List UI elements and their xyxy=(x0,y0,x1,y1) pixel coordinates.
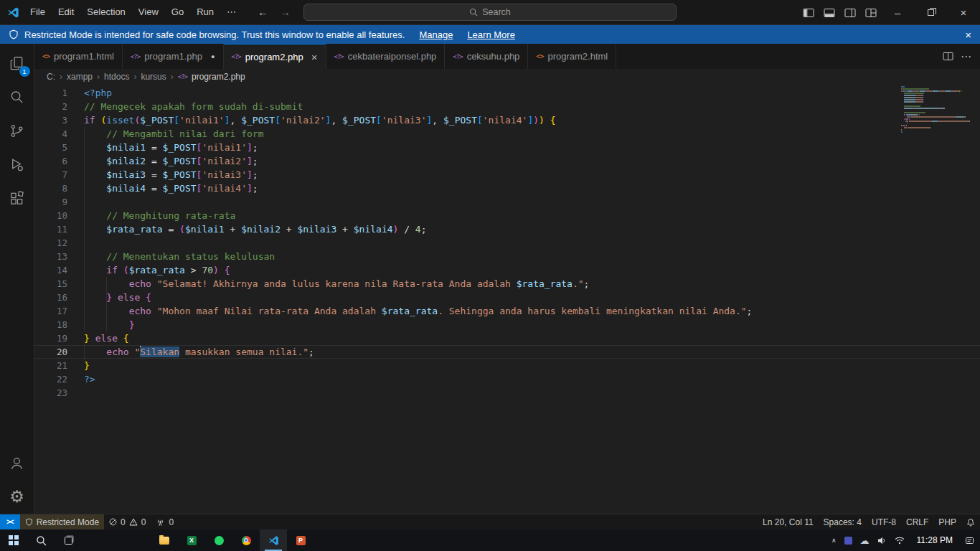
code-line[interactable]: 5 $nilai1 = $_POST['nilai1']; xyxy=(34,141,980,154)
code-line[interactable]: 4 // Mengambil nilai dari form xyxy=(34,127,980,141)
clock[interactable]: 11:28 PM xyxy=(913,535,957,545)
volume-icon[interactable] xyxy=(877,536,887,545)
menu-edit[interactable]: Edit xyxy=(52,0,80,24)
manage-link[interactable]: Manage xyxy=(419,29,453,40)
code-line[interactable]: 19} else { xyxy=(34,331,980,345)
chevron-right-icon: › xyxy=(171,72,174,82)
search-icon xyxy=(469,8,478,17)
menu-view[interactable]: View xyxy=(132,0,165,24)
breadcrumb-file[interactable]: program2.php xyxy=(192,72,245,82)
ports-status[interactable]: 0 xyxy=(151,514,179,529)
tab-program2.html[interactable]: <>program2.html xyxy=(528,44,616,69)
wifi-icon[interactable] xyxy=(895,537,905,545)
toggle-sidebar-icon[interactable] xyxy=(798,0,819,25)
line-content: // Menghitung rata-rata xyxy=(84,209,980,222)
code-line[interactable]: 13 // Menentukan status kelulusan xyxy=(34,250,980,263)
code-line[interactable]: 17 echo "Mohon maaf Nilai rata-rata Anda… xyxy=(34,304,980,318)
close-tab-icon[interactable]: × xyxy=(311,51,318,63)
hidden-icons-chevron[interactable]: ∧ xyxy=(831,537,837,544)
back-button[interactable]: ← xyxy=(258,6,268,18)
powerpoint-taskbar-button[interactable]: P xyxy=(287,529,314,551)
settings-button[interactable]: ⚙ xyxy=(0,480,34,514)
code-line[interactable]: 22?> xyxy=(34,372,980,386)
problems-status[interactable]: 0 0 xyxy=(104,514,151,529)
toggle-secondary-sidebar-icon[interactable] xyxy=(839,0,860,25)
tab-ceksuhu.php[interactable]: <?>ceksuhu.php xyxy=(445,44,528,69)
code-line[interactable]: 18 } xyxy=(34,318,980,331)
code-line[interactable]: 9 xyxy=(34,195,980,209)
indent-guide xyxy=(84,127,85,331)
editor[interactable]: 1<?php2// Mengecek apakah form sudah di-… xyxy=(34,85,980,514)
eol-sequence[interactable]: CRLF xyxy=(901,514,933,529)
menu-go[interactable]: Go xyxy=(165,0,190,24)
indentation[interactable]: Spaces: 4 xyxy=(819,514,867,529)
breadcrumb-item[interactable]: xampp xyxy=(67,72,93,82)
code-line[interactable]: 23 xyxy=(34,386,980,400)
teams-icon[interactable] xyxy=(844,537,852,545)
learn-more-link[interactable]: Learn More xyxy=(467,29,514,40)
sidebar-item-search[interactable] xyxy=(0,80,34,114)
breadcrumb-item[interactable]: kursus xyxy=(141,72,166,82)
start-button[interactable] xyxy=(0,529,27,551)
code-line[interactable]: 6 $nilai2 = $_POST['nilai2']; xyxy=(34,154,980,168)
tab-program1.html[interactable]: <>program1.html xyxy=(34,44,123,69)
code-line[interactable]: 7 $nilai3 = $_POST['nilai3']; xyxy=(34,168,980,182)
banner-close-icon[interactable]: × xyxy=(965,29,971,41)
split-editor-icon[interactable] xyxy=(943,52,953,61)
taskbar-search-button[interactable] xyxy=(27,529,55,551)
tab-program1.php[interactable]: <?>program1.php● xyxy=(123,44,224,69)
minimize-button[interactable]: – xyxy=(881,0,914,25)
whatsapp-taskbar-button[interactable] xyxy=(205,529,232,551)
code-line[interactable]: 10 // Menghitung rata-rata xyxy=(34,209,980,222)
sidebar-item-source-control[interactable] xyxy=(0,114,34,148)
code-line[interactable]: 15 echo "Selamat! Akhirnya anda lulus ka… xyxy=(34,277,980,291)
restore-button[interactable] xyxy=(914,0,947,25)
tab-program2.php[interactable]: <?>program2.php× xyxy=(224,44,326,69)
code-line[interactable]: 8 $nilai4 = $_POST['nilai4']; xyxy=(34,182,980,195)
onedrive-cloud-icon[interactable]: ☁ xyxy=(860,536,870,545)
tab-list: <>program1.html<?>program1.php●<?>progra… xyxy=(34,44,616,69)
minimap[interactable] xyxy=(901,86,970,136)
code-line[interactable]: 16 } else { xyxy=(34,291,980,304)
restricted-mode-status[interactable]: Restricted Mode xyxy=(20,514,104,529)
close-window-button[interactable]: × xyxy=(947,0,980,25)
excel-taskbar-button[interactable]: X xyxy=(178,529,205,551)
code-line[interactable]: 11 $rata_rata = ($nilai1 + $nilai2 + $ni… xyxy=(34,222,980,236)
language-mode[interactable]: PHP xyxy=(933,514,961,529)
notifications-bell[interactable] xyxy=(961,514,980,529)
vscode-taskbar-button[interactable] xyxy=(260,529,287,551)
sidebar-item-extensions[interactable] xyxy=(0,182,34,215)
command-center-search[interactable]: Search xyxy=(303,4,677,21)
code-line[interactable]: 21} xyxy=(34,359,980,372)
code-line[interactable]: 3if (isset($_POST['nilai1'], $_POST['nil… xyxy=(34,113,980,127)
menu-more[interactable]: ⋯ xyxy=(220,0,242,24)
warning-icon xyxy=(129,518,138,526)
account-button[interactable] xyxy=(0,446,34,480)
customize-layout-icon[interactable] xyxy=(860,0,881,25)
task-view-button[interactable] xyxy=(55,529,82,551)
toggle-panel-icon[interactable] xyxy=(819,0,839,25)
menu-selection[interactable]: Selection xyxy=(80,0,131,24)
breadcrumb-item[interactable]: C: xyxy=(47,72,55,82)
breadcrumb-item[interactable]: htdocs xyxy=(104,72,129,82)
code-line[interactable]: 2// Mengecek apakah form sudah di-submit xyxy=(34,100,980,113)
indent-guide xyxy=(106,277,107,331)
line-number: 22 xyxy=(34,372,67,386)
forward-button[interactable]: → xyxy=(280,6,291,18)
chrome-taskbar-button[interactable] xyxy=(232,529,260,551)
code-line[interactable]: 12 xyxy=(34,236,980,250)
cursor-position[interactable]: Ln 20, Col 11 xyxy=(758,514,819,529)
code-line[interactable]: 1<?php xyxy=(34,86,980,100)
sidebar-item-explorer[interactable]: 1 xyxy=(0,47,34,80)
menu-run[interactable]: Run xyxy=(190,0,220,24)
code-line[interactable]: 14 if ($rata_rata > 70) { xyxy=(34,263,980,277)
file-explorer-taskbar-button[interactable] xyxy=(151,529,178,551)
more-actions-icon[interactable]: ⋯ xyxy=(961,50,971,63)
menu-file[interactable]: File xyxy=(24,0,52,24)
encoding[interactable]: UTF-8 xyxy=(867,514,901,529)
tab-cekbateraiponsel.php[interactable]: <?>cekbateraiponsel.php xyxy=(326,44,446,69)
remote-indicator[interactable]: >< xyxy=(0,514,20,529)
sidebar-item-run-debug[interactable] xyxy=(0,148,34,182)
action-center-icon[interactable] xyxy=(965,536,974,545)
code-line[interactable]: 20 echo "Silakan masukkan semua nilai."; xyxy=(34,345,980,359)
